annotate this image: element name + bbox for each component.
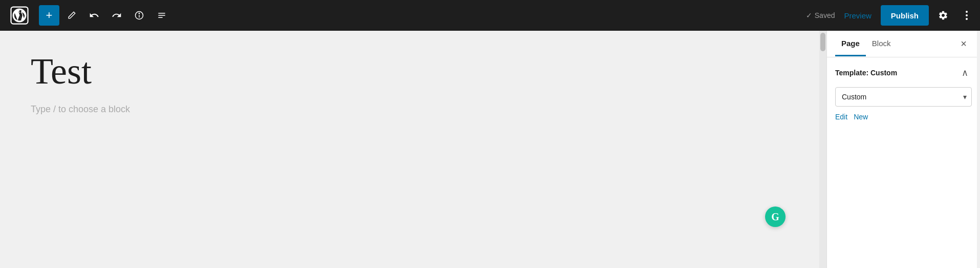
template-select[interactable]: Custom Default Template Full Width <box>835 87 972 107</box>
template-select-wrapper: Custom Default Template Full Width ▾ <box>835 87 972 107</box>
info-button[interactable] <box>129 5 149 26</box>
toolbar-right: ✓ Saved Preview Publish <box>806 5 976 26</box>
template-section-toggle[interactable]: ∧ <box>957 66 972 80</box>
settings-button[interactable] <box>933 5 953 26</box>
preview-label: Preview <box>844 11 871 20</box>
publish-button[interactable]: Publish <box>881 5 929 26</box>
wp-logo-button[interactable] <box>4 0 35 31</box>
sidebar-tabs: Page Block × <box>827 31 980 57</box>
template-links: Edit New <box>835 113 972 121</box>
svg-point-3 <box>139 13 139 14</box>
new-template-link[interactable]: New <box>854 113 868 121</box>
more-options-button[interactable] <box>957 6 976 25</box>
svg-point-9 <box>966 18 968 20</box>
edit-button[interactable] <box>61 5 82 26</box>
main-toolbar: + ✓ Saved <box>0 0 980 31</box>
template-section-title: Template: Custom <box>835 69 897 77</box>
sidebar-panel: Page Block × Template: Custom ∧ Custom D… <box>826 31 980 268</box>
sidebar-close-button[interactable]: × <box>955 36 972 52</box>
editor-area[interactable]: Test Type / to choose a block G <box>0 31 826 268</box>
scrollbar-thumb[interactable] <box>820 33 825 51</box>
tab-block[interactable]: Block <box>866 32 897 56</box>
scrollbar-track[interactable] <box>819 31 826 268</box>
tab-page[interactable]: Page <box>835 32 866 56</box>
undo-button[interactable] <box>84 5 104 26</box>
saved-status: ✓ Saved <box>806 11 835 19</box>
post-title[interactable]: Test <box>31 51 796 92</box>
main-area: Test Type / to choose a block G Page Blo… <box>0 31 980 268</box>
edit-template-link[interactable]: Edit <box>835 113 847 121</box>
add-block-button[interactable]: + <box>39 5 59 26</box>
grammarly-icon: G <box>771 211 779 223</box>
template-section-header: Template: Custom ∧ <box>835 66 972 80</box>
preview-button[interactable]: Preview <box>839 8 876 23</box>
grammarly-badge[interactable]: G <box>765 207 786 227</box>
chevron-up-icon: ∧ <box>962 67 968 78</box>
sidebar-scrollbar[interactable] <box>977 31 980 268</box>
check-icon: ✓ <box>806 11 812 19</box>
block-placeholder[interactable]: Type / to choose a block <box>31 104 796 115</box>
svg-point-8 <box>966 14 968 16</box>
sidebar-content: Template: Custom ∧ Custom Default Templa… <box>827 57 980 129</box>
svg-point-7 <box>966 11 968 13</box>
publish-label: Publish <box>891 11 919 20</box>
list-view-button[interactable] <box>151 5 172 26</box>
saved-label: Saved <box>815 11 835 19</box>
redo-button[interactable] <box>106 5 127 26</box>
